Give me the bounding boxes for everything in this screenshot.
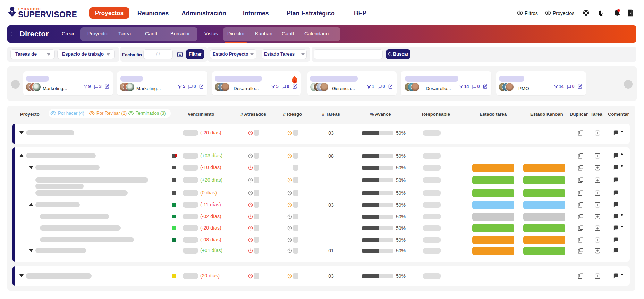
svg-text:19: 19 bbox=[179, 53, 181, 56]
